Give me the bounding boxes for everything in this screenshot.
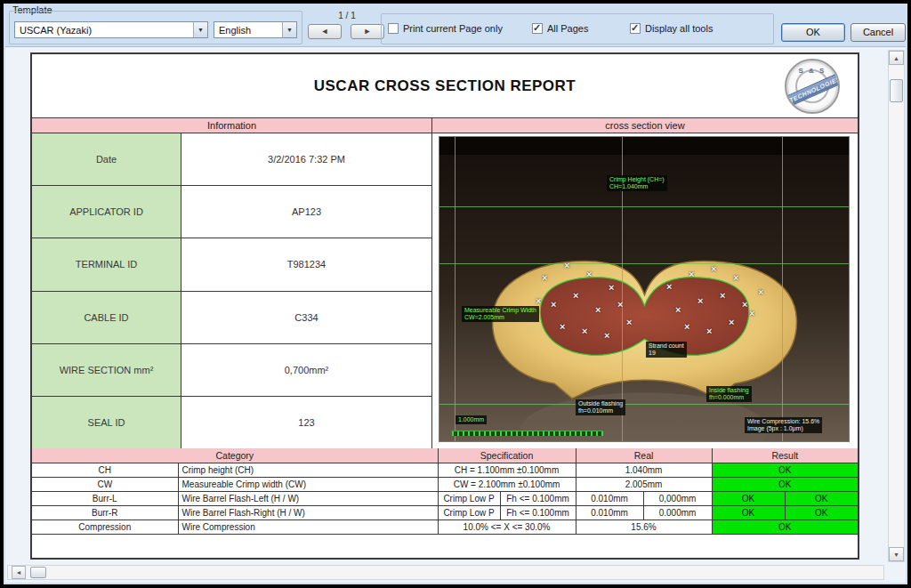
info-value-seal-id: 123 [181,397,431,448]
table-row: Compression Wire Compression 10.0% <= X … [32,520,858,534]
chevron-down-icon[interactable]: ▼ [282,22,296,37]
strand-mark: × [560,321,565,332]
row-real: 1.040mm [576,463,712,477]
info-value-terminal-id: T981234 [181,238,431,290]
table-row: CW Measureable Crimp width (CW) CW = 2.1… [32,477,858,491]
row-spec: CW = 2.100mm ±0.100mm [438,477,576,491]
result-badge: OK [785,491,858,505]
logo-top-text: S & S [786,67,838,75]
result-badge: OK [785,505,858,520]
table-row: CH Crimp height (CH) CH = 1.100mm ±0.100… [32,463,858,477]
print-current-page-label: Print current Page only [403,23,503,34]
row-code: Compression [32,520,178,534]
strand-mark: × [675,304,681,315]
cancel-button[interactable]: Cancel [851,23,906,42]
row-spec: 10.0% <= X <= 30.0% [438,520,576,534]
table-row: CABLE ID C334 [32,292,431,344]
table-row: APPLICATOR ID AP123 [32,186,431,238]
report-title-row: USCAR CROSS SECTION REPORT S & S TECHNOL… [32,54,858,118]
result-header: Result [712,448,858,463]
strand-mark: × [720,290,725,301]
scroll-up-icon[interactable]: ▲ [889,51,904,65]
strand-count-annotation: Strand count 19 [646,342,687,358]
scale-ruler [452,431,603,436]
all-pages-option[interactable]: All Pages [532,23,588,34]
strand-mark: × [729,317,734,327]
display-all-tools-label: Display all tools [645,23,713,34]
horizontal-scrollbar[interactable]: ◄ [7,565,884,580]
info-value-date: 3/2/2016 7:32 PM [181,133,431,185]
info-label-terminal-id: TERMINAL ID [32,238,181,290]
result-badge: OK [712,477,858,491]
result-badge: OK [712,520,858,534]
print-current-page-option[interactable]: Print current Page only [388,23,503,34]
vertical-scrollbar-thumb[interactable] [890,79,903,102]
template-dropdown[interactable]: USCAR (Yazaki) ▼ [14,21,208,38]
row-real: 0.000mm [643,505,712,520]
next-page-button[interactable]: ► [351,24,384,39]
info-value-applicator-id: AP123 [181,186,431,238]
strand-mark: × [684,321,689,332]
result-badge: OK [712,491,785,505]
information-header: Information [32,118,432,133]
horizontal-scrollbar-thumb[interactable] [30,567,46,578]
section-headers: Information cross section view [32,118,858,133]
row-desc: Crimp height (CH) [178,463,438,477]
row-real: 2.005mm [576,477,712,491]
row-spec: Crimp Low P [438,491,500,505]
strand-mark: × [604,330,609,341]
strand-mark: × [742,299,747,310]
measurement-line-crimp-top [439,263,849,264]
strand-mark: × [582,326,587,336]
scroll-left-icon[interactable]: ◄ [12,566,26,579]
row-desc: Wire Barrel Flash-Left (H / W) [178,491,438,505]
ok-button[interactable]: OK [781,23,845,42]
all-pages-label: All Pages [547,23,588,34]
info-value-wire-section: 0,700mm² [181,344,431,396]
row-real: 0,000mm [643,491,712,505]
info-label-wire-section: WIRE SECTION mm² [32,344,181,396]
print-preview-window: Template USCAR (Yazaki) ▼ English ▼ 1 / … [0,0,911,588]
table-row: SEAL ID 123 [32,397,431,448]
results-header-row: Category Specification Real Result [32,448,858,463]
strand-mark: × [758,286,763,297]
measurement-line-left [455,137,456,441]
measurement-line-top [439,206,849,207]
strand-mark: × [706,326,712,336]
info-label-date: Date [32,133,181,185]
row-spec: CH = 1.100mm ±0.100mm [438,463,576,477]
table-row: Burr-R Wire Barrel Flash-Right (H / W) C… [32,505,858,520]
strand-mark: × [536,295,541,306]
strand-mark: × [564,260,569,270]
cross-section-photo: Crimp Height (CH=) CH=1.040mm Measureabl… [439,136,850,442]
row-real: 15.6% [576,520,712,534]
strand-mark: × [573,290,578,301]
display-all-tools-option[interactable]: Display all tools [630,23,713,34]
vertical-scrollbar[interactable]: ▲ ▼ [888,50,905,562]
scroll-down-icon[interactable]: ▼ [889,547,904,561]
measurement-line-bottom [439,404,849,405]
print-current-page-checkbox[interactable] [388,23,399,34]
real-header: Real [576,448,712,463]
crimp-width-annotation: Measureable Crimp Width CW=2.005mm [462,306,539,322]
row-code: CH [32,463,178,477]
result-badge: OK [712,463,858,477]
row-spec: Fh <= 0.100mm [500,491,576,505]
info-value-cable-id: C334 [181,292,431,343]
table-row: WIRE SECTION mm² 0,700mm² [32,344,431,397]
all-pages-checkbox[interactable] [532,23,543,34]
strand-mark: × [733,272,738,283]
report-preview-area: USCAR CROSS SECTION REPORT S & S TECHNOL… [5,46,906,583]
language-dropdown[interactable]: English ▼ [214,21,297,38]
company-logo: S & S TECHNOLOGIES [785,59,840,114]
display-all-tools-checkbox[interactable] [630,23,641,34]
row-desc: Wire Compression [178,520,438,534]
category-header: Category [32,448,438,463]
info-label-seal-id: SEAL ID [32,397,181,448]
strand-mark: × [666,281,672,292]
strand-mark: × [617,299,623,310]
chevron-down-icon[interactable]: ▼ [193,22,207,37]
previous-page-button[interactable]: ◄ [308,24,342,39]
strand-mark: × [626,317,632,327]
row-code: Burr-L [32,491,178,505]
